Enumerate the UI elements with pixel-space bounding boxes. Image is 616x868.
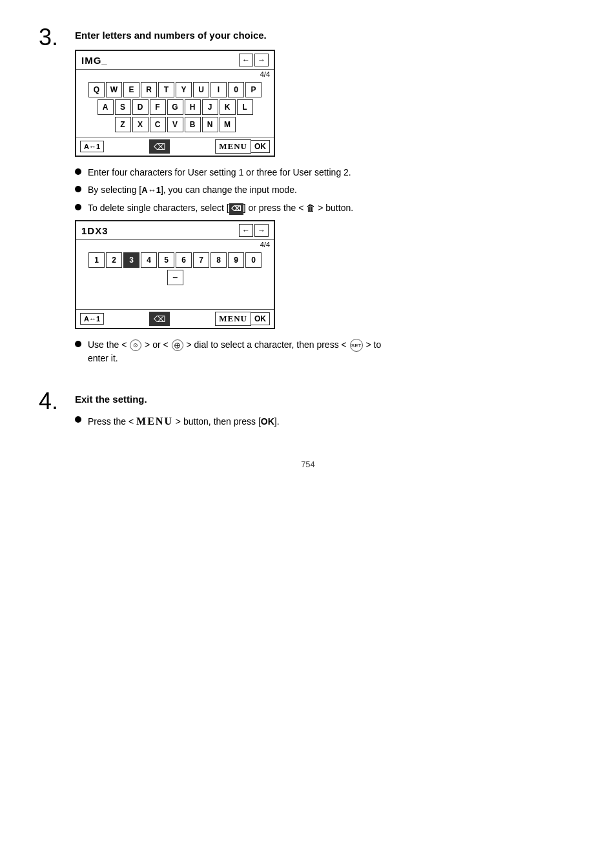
- bullet-dial-text: Use the < ⊙ > or < ⨁ > dial to select a …: [88, 338, 381, 365]
- kbd-key-T[interactable]: T: [158, 82, 174, 97]
- kbd-num-left-arrow[interactable]: ←: [239, 224, 253, 237]
- kbd-alpha-page-num: 4/4: [76, 70, 274, 79]
- kbd-num-mode-btn[interactable]: A↔1: [80, 313, 104, 325]
- kbd-num-0[interactable]: 0: [245, 252, 262, 268]
- step-3-title: Enter letters and numbers of your choice…: [75, 26, 577, 41]
- kbd-alpha-top-bar: IMG_ ← →: [76, 51, 274, 70]
- step-3-bullet-4: Use the < ⊙ > or < ⨁ > dial to select a …: [75, 338, 577, 365]
- kbd-key-B[interactable]: B: [185, 117, 201, 132]
- kbd-key-D[interactable]: D: [132, 99, 149, 115]
- step-4: 4. Exit the setting. Press the < MENU > …: [39, 390, 577, 434]
- kbd-key-V[interactable]: V: [167, 117, 183, 132]
- bullet-dot-3: [75, 204, 81, 210]
- kbd-num-bottom-bar: A↔1 ⌫ MENU OK: [76, 309, 274, 328]
- kbd-key-K[interactable]: K: [220, 99, 236, 115]
- keyboard-alpha-panel: IMG_ ← → 4/4 Q W E R T Y U I 0 P: [75, 50, 275, 157]
- circle-dial-icon: ⊙: [130, 339, 141, 351]
- kbd-num-arrows: ← →: [239, 224, 269, 237]
- kbd-num-1[interactable]: 1: [88, 252, 105, 268]
- kbd-num-6[interactable]: 6: [176, 252, 192, 268]
- kbd-alpha-row-2: A S D F G H J K L: [80, 99, 270, 115]
- kbd-key-N[interactable]: N: [202, 117, 218, 132]
- kbd-key-A[interactable]: A: [98, 99, 114, 115]
- kbd-key-Y[interactable]: Y: [176, 82, 192, 97]
- kbd-key-Q[interactable]: Q: [88, 82, 105, 97]
- kbd-num-text-input: 1DX3: [81, 225, 239, 236]
- kbd-num-5[interactable]: 5: [158, 252, 174, 268]
- mode-symbol: A↔1: [141, 185, 161, 195]
- kbd-key-L[interactable]: L: [237, 99, 253, 115]
- kbd-alpha-del-btn[interactable]: ⌫: [149, 139, 170, 154]
- kbd-key-E[interactable]: E: [123, 82, 139, 97]
- kbd-num-2[interactable]: 2: [106, 252, 122, 268]
- trash-symbol: 🗑: [306, 203, 315, 213]
- bullet-user-setting-text: Enter four characters for User setting 1…: [88, 166, 351, 179]
- kbd-num-rows: 1 2 3 4 5 6 7 8 9 0 −: [76, 250, 274, 309]
- kbd-key-X[interactable]: X: [132, 117, 149, 132]
- kbd-alpha-row-1: Q W E R T Y U I 0 P: [80, 82, 270, 97]
- step-3-number: 3.: [39, 26, 67, 370]
- step-4-title: Exit the setting.: [75, 390, 577, 405]
- kbd-key-Z[interactable]: Z: [115, 117, 131, 132]
- step-3: 3. Enter letters and numbers of your cho…: [39, 26, 577, 370]
- bullet-delete-text: To delete single characters, select [⌫] …: [88, 201, 353, 215]
- step-3-bullets: Enter four characters for User setting 1…: [75, 166, 577, 215]
- bullet-dot-4: [75, 341, 81, 347]
- bullet-delete: To delete single characters, select [⌫] …: [75, 201, 577, 215]
- kbd-num-row-2: −: [80, 270, 270, 285]
- kbd-key-M[interactable]: M: [220, 117, 236, 132]
- bullet-press-menu-text: Press the < MENU > button, then press [O…: [88, 414, 280, 429]
- kbd-alpha-row-3: Z X C V B N M: [80, 117, 270, 132]
- kbd-alpha-right-arrow[interactable]: →: [254, 54, 269, 66]
- kbd-num-7[interactable]: 7: [193, 252, 209, 268]
- kbd-key-J[interactable]: J: [202, 99, 218, 115]
- kbd-alpha-mode-btn[interactable]: A↔1: [80, 141, 104, 152]
- kbd-alpha-arrows: ← →: [239, 54, 269, 66]
- bullet-input-mode: By selecting [A↔1], you can change the i…: [75, 183, 577, 197]
- ok-label: OK: [261, 416, 274, 427]
- kbd-alpha-ok-btn[interactable]: OK: [251, 140, 270, 153]
- step-3-content: Enter letters and numbers of your choice…: [75, 26, 577, 370]
- step-4-content: Exit the setting. Press the < MENU > but…: [75, 390, 577, 434]
- set-btn-icon: SET: [350, 339, 363, 352]
- bullet-press-menu: Press the < MENU > button, then press [O…: [75, 414, 577, 429]
- kbd-key-G[interactable]: G: [167, 99, 183, 115]
- kbd-num-3[interactable]: 3: [123, 252, 139, 268]
- kbd-num-ok-area: MENU OK: [215, 312, 270, 326]
- bullet-dot-5: [75, 416, 81, 423]
- menu-label: MENU: [136, 416, 173, 427]
- kbd-key-U[interactable]: U: [193, 82, 209, 97]
- bullet-dot-2: [75, 186, 81, 192]
- kbd-num-minus[interactable]: −: [167, 270, 183, 285]
- kbd-num-8[interactable]: 8: [210, 252, 227, 268]
- bullet-user-setting: Enter four characters for User setting 1…: [75, 166, 577, 179]
- kbd-num-ok-btn[interactable]: OK: [251, 312, 270, 325]
- page-footer: 754: [39, 459, 577, 469]
- kbd-num-right-arrow[interactable]: →: [254, 224, 269, 237]
- kbd-key-S[interactable]: S: [115, 99, 131, 115]
- keyboard-num-panel: 1DX3 ← → 4/4 1 2 3 4 5 6 7 8 9 0: [75, 220, 275, 329]
- kbd-num-menu-btn[interactable]: MENU: [215, 312, 251, 326]
- step-4-number: 4.: [39, 390, 67, 434]
- kbd-num-4[interactable]: 4: [141, 252, 157, 268]
- kbd-alpha-ok-area: MENU OK: [215, 139, 270, 154]
- kbd-alpha-menu-btn[interactable]: MENU: [215, 139, 251, 154]
- kbd-num-top-bar: 1DX3 ← →: [76, 221, 274, 240]
- kbd-key-C[interactable]: C: [150, 117, 166, 132]
- step-4-bullets: Press the < MENU > button, then press [O…: [75, 414, 577, 429]
- kbd-key-F[interactable]: F: [150, 99, 166, 115]
- kbd-num-del-btn[interactable]: ⌫: [149, 312, 170, 326]
- kbd-alpha-text-input: IMG_: [81, 55, 239, 66]
- kbd-alpha-left-arrow[interactable]: ←: [239, 54, 253, 66]
- page-number: 754: [301, 459, 315, 469]
- kbd-num-empty-row: [80, 287, 270, 307]
- kbd-key-I[interactable]: I: [210, 82, 227, 97]
- bullet-input-mode-text: By selecting [A↔1], you can change the i…: [88, 183, 297, 197]
- kbd-key-R[interactable]: R: [141, 82, 157, 97]
- kbd-key-H[interactable]: H: [185, 99, 201, 115]
- kbd-key-P[interactable]: P: [245, 82, 262, 97]
- kbd-key-0[interactable]: 0: [228, 82, 244, 97]
- bullet-dial: Use the < ⊙ > or < ⨁ > dial to select a …: [75, 338, 577, 365]
- kbd-key-W[interactable]: W: [106, 82, 122, 97]
- kbd-num-9[interactable]: 9: [228, 252, 244, 268]
